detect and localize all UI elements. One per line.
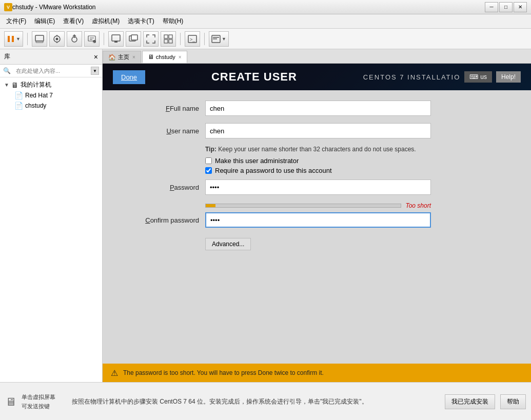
tree-children: 📄 Red Hat 7 📄 chstudy bbox=[2, 90, 100, 111]
svg-rect-26 bbox=[213, 37, 219, 38]
more-icon bbox=[211, 34, 221, 44]
sidebar-close-button[interactable]: × bbox=[94, 53, 98, 61]
svg-text:>_: >_ bbox=[190, 37, 195, 42]
vm-icon-redhat: 📄 bbox=[14, 91, 23, 99]
toolbar-sep-3 bbox=[180, 33, 181, 45]
search-input[interactable] bbox=[13, 67, 91, 75]
centos-installer: Done CREATE USER CENTOS 7 INSTALLATIO ⌨ … bbox=[103, 64, 531, 382]
username-tip: Tip: Keep your user name shorter than 32… bbox=[205, 146, 436, 153]
fullscreen-icon bbox=[146, 34, 155, 44]
tab-home-close[interactable]: × bbox=[132, 54, 135, 60]
snapshot-restore-icon bbox=[70, 34, 79, 44]
svg-point-5 bbox=[55, 37, 58, 40]
installer-header-left: Done bbox=[113, 70, 145, 84]
sidebar-item-chstudy[interactable]: 📄 chstudy bbox=[12, 101, 100, 111]
snapshot-icon bbox=[52, 34, 62, 44]
search-dropdown-button[interactable]: ▼ bbox=[91, 67, 99, 75]
tab-chstudy-close[interactable]: × bbox=[179, 54, 182, 60]
admin-checkbox[interactable] bbox=[205, 157, 212, 164]
username-input[interactable] bbox=[205, 123, 431, 138]
tree-item-my-computer[interactable]: ▼ 🖥 我的计算机 bbox=[2, 79, 100, 90]
fullname-label: FFull name bbox=[123, 105, 205, 112]
console-button[interactable]: >_ bbox=[185, 31, 200, 47]
fullscreen-button[interactable] bbox=[143, 31, 159, 47]
close-button[interactable]: ✕ bbox=[514, 2, 527, 12]
toolbar-sep-1 bbox=[27, 33, 28, 45]
complete-install-button[interactable]: 我已完成安装 bbox=[445, 394, 495, 409]
confirm-password-row: Confirm password bbox=[123, 212, 510, 228]
username-row: User name bbox=[123, 123, 510, 138]
unity-button[interactable] bbox=[161, 31, 176, 47]
app-title: chstudy - VMware Workstation bbox=[12, 4, 485, 11]
keyboard-icon: ⌨ bbox=[469, 73, 478, 81]
installer-header: Done CREATE USER CENTOS 7 INSTALLATIO ⌨ … bbox=[103, 64, 531, 90]
svg-rect-22 bbox=[169, 39, 172, 43]
minimize-button[interactable]: ─ bbox=[485, 2, 498, 12]
bottom-instruction: 按照在物理计算机中的步骤安装 CentOS 7 64 位。安装完成后，操作系统会… bbox=[72, 398, 368, 405]
sidebar-search-bar: 🔍 ▼ bbox=[0, 65, 102, 77]
installer-header-right: CENTOS 7 INSTALLATIO ⌨ us Help! bbox=[363, 71, 521, 83]
send-ctrlaltdel-button[interactable] bbox=[32, 31, 47, 47]
menu-view[interactable]: 查看(V) bbox=[59, 15, 88, 28]
pause-button[interactable]: ▼ bbox=[4, 31, 23, 47]
dropdown-arrow-icon: ▼ bbox=[16, 36, 21, 42]
unity-icon bbox=[164, 34, 173, 44]
tabs-bar: 🏠 主页 × 🖥 chstudy × bbox=[103, 49, 531, 64]
svg-rect-3 bbox=[36, 41, 43, 43]
menu-vm[interactable]: 虚拟机(M) bbox=[88, 15, 124, 28]
normal-view-button[interactable] bbox=[108, 31, 124, 47]
sidebar-item-redhat7[interactable]: 📄 Red Hat 7 bbox=[12, 90, 100, 101]
require-pw-checkbox[interactable] bbox=[205, 167, 212, 174]
pause-icon bbox=[7, 35, 15, 43]
svg-rect-15 bbox=[112, 35, 120, 41]
sidebar: 库 × 🔍 ▼ ▼ 🖥 我的计算机 📄 Red Hat 7 📄 chstudy bbox=[0, 49, 103, 382]
password-label: Password bbox=[123, 184, 205, 191]
snapshot-restore-button[interactable] bbox=[67, 31, 82, 47]
done-button[interactable]: Done bbox=[113, 70, 145, 84]
fullname-input[interactable] bbox=[205, 101, 431, 116]
more-button[interactable]: ▼ bbox=[209, 31, 229, 47]
warning-text: The password is too short. You will have… bbox=[123, 369, 324, 376]
maximize-button[interactable]: □ bbox=[499, 2, 513, 12]
sidebar-tree: ▼ 🖥 我的计算机 📄 Red Hat 7 📄 chstudy bbox=[0, 77, 102, 382]
confirm-password-input[interactable] bbox=[205, 212, 431, 228]
snapshot-button[interactable] bbox=[49, 31, 65, 47]
password-strength-row: Too short bbox=[205, 202, 431, 209]
bottom-instruction-text: 按照在物理计算机中的步骤安装 CentOS 7 64 位。安装完成后，操作系统会… bbox=[68, 396, 440, 407]
normal-view-icon bbox=[111, 34, 121, 44]
tab-home[interactable]: 🏠 主页 × bbox=[103, 51, 141, 63]
toolbar-sep-2 bbox=[104, 33, 104, 45]
snapshot-manage-button[interactable]: + bbox=[84, 31, 100, 47]
menu-edit[interactable]: 编辑(E) bbox=[30, 15, 59, 28]
tab-chstudy[interactable]: 🖥 chstudy × bbox=[142, 51, 187, 63]
form-checkboxes: Make this user administrator Require a p… bbox=[205, 157, 510, 174]
fullname-row: FFull name bbox=[123, 101, 510, 116]
tip-text: Keep your user name shorter than 32 char… bbox=[218, 146, 416, 153]
windowed-icon bbox=[129, 34, 138, 44]
centos-version-label: CENTOS 7 INSTALLATIO bbox=[363, 73, 461, 81]
installer-title: CREATE USER bbox=[211, 70, 297, 84]
advanced-button[interactable]: Advanced... bbox=[205, 238, 251, 250]
keyboard-locale-label: us bbox=[480, 73, 487, 81]
menu-help[interactable]: 帮助(H) bbox=[159, 15, 188, 28]
menu-file[interactable]: 文件(F) bbox=[2, 15, 30, 28]
titlebar: V chstudy - VMware Workstation ─ □ ✕ bbox=[0, 0, 531, 14]
require-pw-label: Require a password to use this account bbox=[215, 167, 332, 174]
warning-bar: ⚠ The password is too short. You will ha… bbox=[103, 364, 531, 382]
snapshot-manage-icon: + bbox=[87, 34, 96, 44]
windowed-button[interactable] bbox=[126, 31, 141, 47]
keyboard-button[interactable]: ⌨ us bbox=[464, 71, 492, 83]
help-bottom-button[interactable]: 帮助 bbox=[500, 394, 526, 409]
monitor-keyboard-icon bbox=[35, 34, 44, 44]
home-tab-icon: 🏠 bbox=[108, 54, 116, 61]
svg-rect-19 bbox=[164, 35, 168, 38]
vm-content[interactable]: Done CREATE USER CENTOS 7 INSTALLATIO ⌨ … bbox=[103, 64, 531, 382]
svg-text:+: + bbox=[93, 40, 94, 43]
password-input[interactable] bbox=[205, 179, 431, 195]
svg-rect-18 bbox=[131, 35, 137, 40]
menu-tab[interactable]: 选项卡(T) bbox=[124, 15, 158, 28]
admin-checkbox-label: Make this user administrator bbox=[215, 157, 299, 165]
svg-rect-0 bbox=[8, 36, 10, 42]
tab-home-label: 主页 bbox=[118, 53, 129, 61]
help-button[interactable]: Help! bbox=[496, 71, 521, 83]
